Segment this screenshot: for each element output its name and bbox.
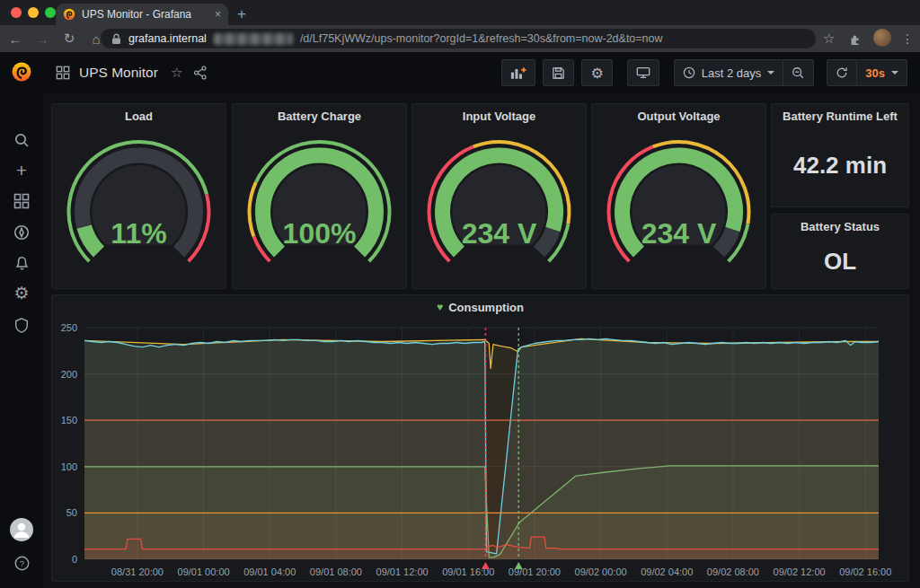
- panel-title[interactable]: Load: [52, 104, 226, 127]
- server-admin-shield-icon[interactable]: [0, 317, 43, 334]
- panel-title[interactable]: Battery Charge: [233, 104, 406, 127]
- grafana-sidebar: + ⚙: [0, 52, 43, 588]
- grafana-logo[interactable]: [0, 61, 43, 83]
- chevron-down-icon: [767, 71, 774, 75]
- explore-compass-icon[interactable]: [0, 224, 43, 241]
- battery-charge-gauge: 100%: [233, 127, 406, 285]
- url-host: grafana.internal: [128, 32, 207, 45]
- refresh-interval-label: 30s: [865, 66, 885, 80]
- svg-text:250: 250: [61, 322, 77, 333]
- stat-value: OL: [772, 238, 908, 285]
- alerting-bell-icon[interactable]: [0, 255, 43, 272]
- favorite-star-icon[interactable]: ☆: [171, 65, 182, 81]
- configuration-gear-icon[interactable]: ⚙: [0, 285, 43, 303]
- chevron-down-icon: [891, 71, 898, 75]
- refresh-button[interactable]: [827, 59, 857, 86]
- back-icon[interactable]: ←: [4, 31, 27, 47]
- browser-tab[interactable]: UPS Monitor - Grafana ×: [56, 4, 228, 25]
- panel-battery-charge: Battery Charge 100%: [232, 103, 407, 289]
- cycle-view-mode-button[interactable]: [627, 59, 659, 86]
- panel-input-voltage: Input Voltage 234 V: [411, 103, 587, 289]
- window-minimize-button[interactable]: [28, 7, 39, 18]
- add-panel-button[interactable]: [501, 59, 535, 86]
- svg-text:11%: 11%: [111, 217, 166, 250]
- url-redacted-segment: [214, 33, 293, 45]
- forward-icon[interactable]: →: [31, 31, 54, 47]
- create-icon[interactable]: +: [0, 162, 43, 180]
- dashboard-content: Load 11% Battery Charge 100% Input Volta…: [43, 93, 920, 588]
- browser-menu-icon[interactable]: ⋮: [901, 29, 914, 48]
- svg-text:0: 0: [72, 554, 77, 565]
- svg-text:234 V: 234 V: [641, 217, 717, 250]
- stat-value: 42.2 min: [772, 127, 908, 203]
- alert-ok-heart-icon: ♥: [437, 301, 443, 313]
- svg-text:09/02 04:00: 09/02 04:00: [641, 566, 693, 577]
- panel-title[interactable]: Battery Runtime Left: [772, 104, 908, 127]
- panel-load: Load 11%: [51, 103, 226, 289]
- browser-window: UPS Monitor - Grafana × + ← → ↻ ⌂ grafan…: [0, 0, 920, 588]
- svg-text:09/02 12:00: 09/02 12:00: [774, 566, 826, 577]
- input-voltage-gauge: 234 V: [412, 127, 586, 285]
- svg-text:50: 50: [66, 507, 77, 518]
- svg-text:09/02 16:00: 09/02 16:00: [839, 566, 891, 577]
- svg-text:09/01 08:00: 09/01 08:00: [310, 566, 362, 577]
- panel-output-voltage: Output Voltage 234 V: [591, 103, 766, 289]
- dashboard-title: UPS Monitor: [79, 65, 158, 81]
- consumption-chart: 05010015020025008/31 20:0009/01 00:0009/…: [52, 319, 908, 581]
- output-voltage-gauge: 234 V: [592, 127, 765, 285]
- svg-text:234 V: 234 V: [462, 217, 537, 250]
- profile-avatar[interactable]: [873, 29, 891, 47]
- grafana-favicon: [63, 8, 75, 21]
- tab-title: UPS Monitor - Grafana: [82, 8, 208, 21]
- extensions-icon[interactable]: [848, 29, 862, 48]
- url-path: /d/Lf75KjWWz/ups-monitor?orgId=1&refresh…: [300, 32, 663, 45]
- svg-text:09/02 08:00: 09/02 08:00: [707, 566, 759, 577]
- dashboards-icon[interactable]: [0, 193, 43, 209]
- dashboard-settings-button[interactable]: ⚙: [581, 59, 612, 86]
- lock-icon[interactable]: [111, 33, 121, 45]
- panel-title-text: Consumption: [448, 301, 524, 314]
- svg-text:09/01 04:00: 09/01 04:00: [243, 566, 296, 577]
- search-icon[interactable]: [0, 131, 43, 149]
- browser-toolbar: ← → ↻ ⌂ grafana.internal /d/Lf75KjWWz/up…: [0, 25, 920, 52]
- user-avatar[interactable]: [0, 517, 43, 542]
- zoom-out-time-button[interactable]: [783, 59, 814, 86]
- panel-title[interactable]: Output Voltage: [592, 104, 765, 127]
- svg-text:150: 150: [61, 415, 77, 426]
- svg-text:09/01 12:00: 09/01 12:00: [376, 566, 429, 577]
- window-close-button[interactable]: [11, 7, 22, 18]
- bookmark-star-icon[interactable]: ☆: [823, 29, 835, 48]
- svg-text:08/31 20:00: 08/31 20:00: [111, 566, 164, 577]
- svg-text:200: 200: [61, 369, 77, 380]
- svg-text:09/01 00:00: 09/01 00:00: [178, 566, 230, 577]
- address-bar[interactable]: grafana.internal /d/Lf75KjWWz/ups-monito…: [101, 29, 816, 48]
- svg-text:100: 100: [61, 461, 77, 472]
- new-tab-button[interactable]: +: [237, 4, 246, 24]
- dashboard-header: UPS Monitor ☆ ⚙ Last 2 d: [43, 52, 920, 93]
- panel-title[interactable]: Battery Status: [772, 215, 908, 238]
- panel-title[interactable]: ♥ Consumption: [52, 295, 908, 319]
- panel-battery-status: Battery Status OL: [771, 214, 909, 289]
- save-dashboard-button[interactable]: [543, 59, 574, 86]
- svg-text:100%: 100%: [283, 217, 357, 250]
- time-range-label: Last 2 days: [702, 66, 762, 80]
- reload-icon[interactable]: ↻: [58, 31, 81, 47]
- tab-close-icon[interactable]: ×: [215, 9, 221, 20]
- load-gauge: 11%: [52, 127, 226, 285]
- svg-text:09/02 00:00: 09/02 00:00: [575, 566, 627, 577]
- panel-consumption: ♥ Consumption 05010015020025008/31 20:00…: [51, 294, 909, 582]
- help-icon[interactable]: ?: [0, 555, 43, 572]
- svg-text:?: ?: [19, 558, 23, 568]
- window-zoom-button[interactable]: [45, 7, 56, 18]
- panel-title[interactable]: Input Voltage: [412, 104, 586, 127]
- tab-bar: UPS Monitor - Grafana × +: [0, 0, 920, 25]
- dashboard-grid-icon[interactable]: [56, 66, 70, 80]
- panel-battery-runtime: Battery Runtime Left 42.2 min: [771, 103, 909, 207]
- refresh-interval-picker[interactable]: 30s: [856, 59, 907, 86]
- share-icon[interactable]: [193, 66, 208, 80]
- time-range-picker[interactable]: Last 2 days: [674, 59, 784, 86]
